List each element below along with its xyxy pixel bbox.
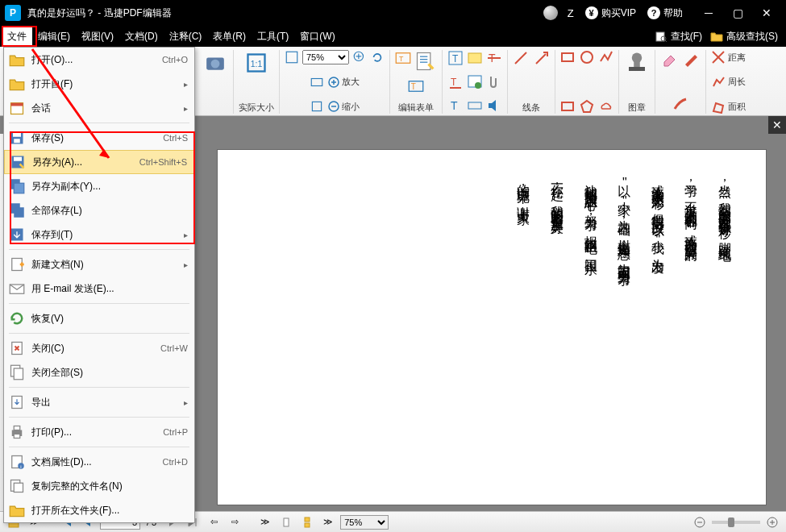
menu-restore[interactable]: 恢复(V) (4, 306, 194, 330)
buy-vip-button[interactable]: ¥ 购买VIP (585, 6, 636, 20)
menu-email[interactable]: 用 E-mail 发送(E)... (4, 276, 194, 301)
svg-text:T: T (451, 99, 458, 112)
fit-page-icon[interactable] (285, 50, 299, 64)
attach-icon[interactable] (486, 74, 502, 90)
continuous-button[interactable] (298, 514, 316, 530)
actual-size-icon[interactable]: 1:1 (243, 50, 269, 76)
zoom-status-select[interactable]: 75% (340, 515, 389, 530)
vip-label: 购买VIP (601, 6, 636, 20)
globe-icon[interactable] (543, 6, 558, 20)
single-page-button[interactable] (277, 514, 295, 530)
rect-fill-icon[interactable] (560, 99, 575, 114)
sound-icon[interactable] (486, 98, 502, 114)
menu-comment[interactable]: 注释(C) (164, 27, 208, 47)
svg-rect-80 (284, 518, 289, 526)
menu-openfolder[interactable]: 打开所在文件夹(F)... (4, 498, 194, 522)
perimeter-button[interactable]: 周长 (711, 75, 746, 89)
polyline-icon[interactable] (599, 50, 613, 64)
fit-width-icon[interactable] (310, 75, 324, 89)
menu-saveas[interactable]: 另存为(A)...Ctrl+Shift+S (4, 150, 194, 174)
menu-export[interactable]: 导出▸ (4, 390, 194, 414)
menu-props[interactable]: i文档属性(D)...Ctrl+D (4, 450, 194, 474)
svg-point-40 (581, 52, 593, 63)
zoom-out-status[interactable] (691, 514, 709, 530)
note-icon[interactable] (467, 74, 483, 90)
circle-icon[interactable] (580, 50, 594, 64)
document-close-button[interactable]: ✕ (768, 116, 786, 134)
forward-button[interactable]: ⇨ (226, 514, 243, 530)
user-letter[interactable]: Z (568, 7, 574, 19)
camera-icon[interactable] (202, 50, 228, 76)
menu-print[interactable]: 打印(P)...Ctrl+P (4, 420, 194, 444)
menu-close[interactable]: 关闭(C)Ctrl+W (4, 336, 194, 360)
menu-copyname[interactable]: 复制完整的文件名(N) (4, 474, 194, 498)
menu-saveall[interactable]: 全部保存(L) (4, 198, 194, 222)
menu-tool[interactable]: 工具(T) (252, 27, 294, 47)
pencil-icon[interactable] (683, 50, 701, 68)
form-text-icon[interactable]: T (408, 78, 424, 94)
help-button[interactable]: ? 帮助 (647, 6, 683, 20)
yen-icon: ¥ (585, 6, 598, 19)
zoom-in-status[interactable] (763, 514, 781, 530)
svg-point-4 (211, 60, 220, 69)
menu-window[interactable]: 窗口(W) (294, 27, 340, 47)
adv-find-button[interactable]: 高级查找(S) (707, 28, 781, 45)
menu-open[interactable]: 打开(O)...Ctrl+O (4, 48, 194, 72)
cloud-icon[interactable] (599, 99, 613, 114)
arrow-icon[interactable] (534, 50, 550, 66)
menu-savecopy[interactable]: 另存为副本(Y)... (4, 174, 194, 198)
svg-rect-57 (14, 207, 24, 218)
line-icon[interactable] (513, 50, 529, 66)
rotate-icon[interactable] (370, 50, 385, 64)
svg-line-2 (665, 40, 667, 42)
more-view-button[interactable]: ≫ (319, 514, 337, 530)
zoom-select[interactable]: 75% (302, 50, 349, 64)
actual-size-label: 实际大小 (239, 102, 274, 114)
menu-open-from[interactable]: 打开自(F)▸ (4, 72, 194, 96)
fit-visible-icon[interactable] (310, 99, 324, 114)
file-menu-dropdown: 打开(O)...Ctrl+O 打开自(F)▸ 会话▸ 保存(S)Ctrl+S 另… (3, 47, 195, 523)
svg-rect-67 (14, 434, 20, 438)
zoom-in-button[interactable]: 放大 (327, 76, 360, 89)
more-nav-button[interactable]: ≫ (256, 514, 274, 530)
eraser-icon[interactable] (660, 50, 678, 68)
menu-document[interactable]: 文档(D) (119, 27, 164, 47)
edit-form-icon[interactable] (414, 50, 437, 73)
menu-form[interactable]: 表单(R) (207, 27, 252, 47)
menu-edit[interactable]: 编辑(E) (32, 27, 76, 47)
folder-search-icon (710, 30, 723, 43)
zoom-out-button[interactable]: 缩小 (327, 100, 360, 113)
replace-icon[interactable] (467, 98, 483, 114)
menu-save[interactable]: 保存(S)Ctrl+S (4, 126, 194, 150)
highlight-icon[interactable] (467, 50, 483, 66)
textbox-icon[interactable]: T (447, 50, 464, 66)
menu-view[interactable]: 视图(V) (76, 27, 119, 47)
print-icon (9, 424, 25, 440)
minimize-button[interactable]: ─ (694, 0, 723, 26)
back-button[interactable]: ⇦ (205, 514, 222, 530)
menu-session[interactable]: 会话▸ (4, 96, 194, 120)
svg-rect-44 (629, 67, 645, 71)
menu-newdoc[interactable]: 新建文档(N)▸ (4, 252, 194, 276)
polygon-icon[interactable] (580, 99, 594, 114)
underline-icon[interactable]: T (447, 74, 464, 90)
maximize-button[interactable]: ▢ (723, 0, 752, 26)
strikeout-icon[interactable]: T (486, 50, 502, 66)
close-button[interactable]: ✕ (752, 0, 781, 26)
area-button[interactable]: 面积 (711, 99, 746, 114)
rect-icon[interactable] (560, 50, 575, 64)
menu-file[interactable]: 文件 (2, 27, 32, 47)
tool-measure-group: 距离 周长 面积 (706, 50, 751, 114)
distance-button[interactable]: 距离 (711, 50, 746, 64)
menu-saveto[interactable]: 保存到(T)▸ (4, 222, 194, 247)
menu-closeall[interactable]: 关闭全部(S) (4, 360, 194, 384)
form-field-icon[interactable]: T (395, 50, 411, 66)
find-button[interactable]: 查找(F) (651, 28, 705, 45)
zoom-in-small-icon[interactable] (352, 50, 367, 64)
edit-form-label: 编辑表单 (398, 102, 434, 114)
caret-icon[interactable]: T (447, 98, 464, 114)
brush-icon[interactable] (672, 96, 689, 114)
stamp-icon[interactable] (624, 50, 650, 76)
zoom-slider[interactable] (712, 521, 760, 524)
adv-find-label: 高级查找(S) (726, 30, 778, 44)
